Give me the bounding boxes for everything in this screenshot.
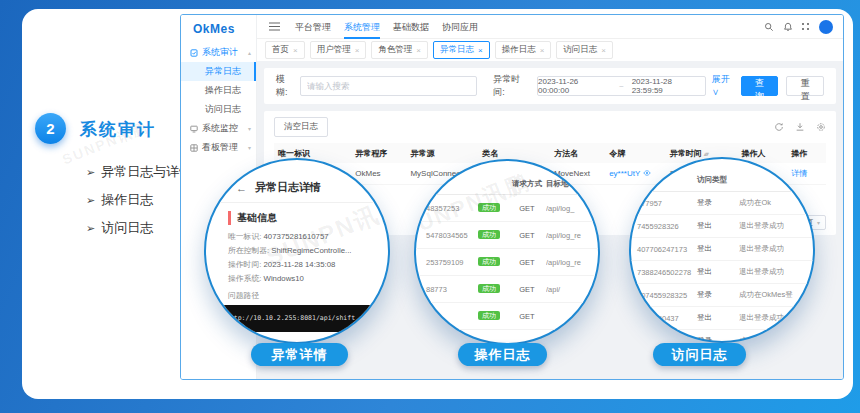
chevron-down-icon: ▾ <box>248 144 251 151</box>
nav-platform-manage[interactable]: 平台管理 <box>295 15 331 39</box>
nav-collab-app[interactable]: 协同应用 <box>442 15 478 39</box>
detail-field: 操作时间: 2023-11-28 14:35:08 <box>206 258 388 272</box>
op-log-row: 48357253成功GET/api/log_ <box>416 195 598 222</box>
close-icon[interactable]: × <box>416 46 421 55</box>
bullet-item: ➢操作日志 <box>86 186 192 214</box>
search-button[interactable]: 查询 <box>741 76 779 96</box>
access-log-row: 407455928325登录成功在OkMes登 <box>631 284 813 307</box>
op-log-row: 88773成功GET/api/ <box>416 276 598 303</box>
status-badge: 成功 <box>478 257 500 266</box>
section-title: 系统审计 <box>80 118 156 141</box>
nav-basic-data[interactable]: 基础数据 <box>393 15 429 39</box>
back-arrow-icon[interactable]: ← <box>236 182 247 194</box>
tab-home[interactable]: 首页× <box>265 41 305 59</box>
app-logo: OkMes <box>181 15 256 43</box>
audit-icon <box>190 49 198 57</box>
access-log-row: 7388246502278登出退出登录成功 <box>631 261 813 284</box>
basic-info-section-title: 基础信息 <box>228 211 388 225</box>
sidebar-item-operation-log[interactable]: 操作日志 <box>181 81 256 100</box>
bullet-arrow-icon: ➢ <box>86 166 95 178</box>
detail-field: 唯一标识: 407375281610757 <box>206 230 388 244</box>
monitor-icon <box>190 125 198 133</box>
bullet-item: ➢访问日志 <box>86 214 192 242</box>
download-icon[interactable] <box>795 122 805 132</box>
status-badge: 成功 <box>478 230 500 239</box>
tab-bar: 首页× 用户管理× 角色管理× 异常日志× 操作日志× 访问日志× <box>257 39 843 61</box>
sidebar-item-board-manage[interactable]: 看板管理 ▾ <box>181 138 256 157</box>
detail-page-title: 异常日志详情 <box>255 180 321 195</box>
status-badge: 成功 <box>478 311 500 320</box>
magnifier-operation-log: SUNPN讯鹏 请求方式 目标地址 48357253成功GET/api/log_… <box>414 159 600 345</box>
chevron-down-icon: ▾ <box>817 219 820 226</box>
chevron-down-icon: ▾ <box>248 125 251 132</box>
range-separator: ~ <box>619 82 624 91</box>
step-number-badge: 2 <box>35 113 66 144</box>
bell-icon[interactable] <box>783 22 793 32</box>
close-icon[interactable]: × <box>601 46 606 55</box>
keyword-label: 模糊: <box>276 73 294 99</box>
time-label: 异常时间: <box>493 73 527 99</box>
detail-field: 操作系统: Windows10 <box>206 272 388 286</box>
user-avatar[interactable] <box>819 20 833 34</box>
op-log-row: 253759109成功GET/api/log_re <box>416 249 598 276</box>
access-log-row: 477957登录成功在Ok <box>631 192 813 215</box>
tab-operation-log[interactable]: 操作日志× <box>495 41 552 59</box>
search-icon[interactable] <box>764 22 774 32</box>
pill-operation-log: 操作日志 <box>458 343 547 366</box>
date-range-input[interactable]: 2023-11-26 00:00:00 ~ 2023-11-28 23:59:5… <box>537 76 706 96</box>
tab-role-manage[interactable]: 角色管理× <box>371 41 428 59</box>
pill-access-log: 访问日志 <box>653 343 746 366</box>
access-log-row: 407706247173登出退出登录成功 <box>631 238 813 261</box>
url-label: 问题路径 <box>206 290 388 301</box>
status-badge: 成功 <box>478 203 500 212</box>
token-value[interactable]: ey***UtY <box>609 169 651 178</box>
close-icon[interactable]: × <box>355 46 360 55</box>
reset-button[interactable]: 重置 <box>786 76 824 96</box>
active-indicator <box>254 62 256 81</box>
keyword-input[interactable] <box>300 76 477 96</box>
nav-system-manage[interactable]: 系统管理 <box>344 15 380 39</box>
detail-link[interactable]: 详情 <box>791 169 807 178</box>
settings-gear-icon[interactable] <box>816 122 826 132</box>
eye-icon[interactable] <box>643 169 651 177</box>
top-navbar: 平台管理 系统管理 基础数据 协同应用 <box>257 15 843 39</box>
bullet-arrow-icon: ➢ <box>86 222 95 234</box>
hamburger-menu-icon[interactable] <box>269 26 280 27</box>
tab-access-log[interactable]: 访问日志× <box>556 41 613 59</box>
expand-link[interactable]: 展开 ∨ <box>712 73 733 99</box>
sidebar-item-exception-log[interactable]: 异常日志 <box>181 62 256 81</box>
board-icon <box>190 144 198 152</box>
clear-logs-button[interactable]: 清空日志 <box>274 117 328 137</box>
close-icon[interactable]: × <box>540 46 545 55</box>
close-icon[interactable]: × <box>293 46 298 55</box>
bullet-arrow-icon: ➢ <box>86 194 95 206</box>
op-log-row: 5478034565成功GET/api/log_re <box>416 222 598 249</box>
sidebar-item-access-log[interactable]: 访问日志 <box>181 100 256 119</box>
chevron-down-icon: ∨ <box>712 87 720 97</box>
feature-bullet-list: ➢异常日志与详情 ➢操作日志 ➢访问日志 <box>86 158 192 242</box>
sort-icon[interactable]: ▴▾ <box>704 150 708 157</box>
promo-slide: SUNPN讯鹏 SUNPN讯鹏 SUNPN讯鹏 2 系统审计 ➢异常日志与详情 … <box>0 0 860 413</box>
filter-bar: 模糊: 异常时间: 2023-11-26 00:00:00 ~ 2023-11-… <box>264 68 836 104</box>
access-log-row: 7455928326登出退出登录成功 <box>631 215 813 238</box>
sidebar-item-system-monitor[interactable]: 系统监控 ▾ <box>181 119 256 138</box>
tab-exception-log[interactable]: 异常日志× <box>433 41 490 59</box>
refresh-icon[interactable] <box>774 122 784 132</box>
apps-grid-icon[interactable] <box>802 23 810 31</box>
sidebar-item-system-audit[interactable]: 系统审计 ▴ <box>181 43 256 62</box>
status-badge: 成功 <box>478 284 500 293</box>
tab-user-manage[interactable]: 用户管理× <box>310 41 367 59</box>
close-icon[interactable]: × <box>478 46 483 55</box>
pill-exception-detail: 异常详情 <box>251 343 348 366</box>
magnifier-access-log: 访问类型 477957登录成功在Ok 7455928326登出退出登录成功 40… <box>629 157 815 343</box>
bullet-item: ➢异常日志与详情 <box>86 158 192 186</box>
chevron-up-icon: ▴ <box>248 49 251 56</box>
magnifier-exception-detail: SUNPN讯鹏 ← 异常日志详情 基础信息 唯一标识: 407375281610… <box>204 158 390 344</box>
detail-field: 所在控制器: ShiftRegimeControlle... <box>206 244 388 258</box>
